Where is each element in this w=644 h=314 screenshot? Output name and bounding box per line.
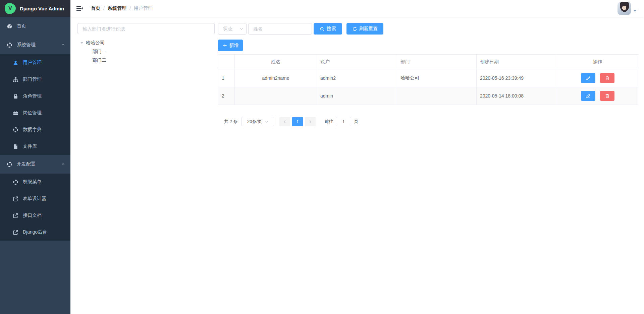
cell-department (397, 87, 477, 105)
reset-button-label: 刷新重置 (359, 26, 378, 32)
sidebar-item-permission-menu[interactable]: 权限菜单 (0, 174, 70, 190)
goto-page-input[interactable] (336, 117, 351, 126)
column-header-department: 部门 (397, 55, 477, 69)
cell-department: 哈哈公司 (397, 69, 477, 87)
breadcrumb-item-current: 用户管理 (134, 5, 153, 11)
top-navbar: 首页 / 系统管理 / 用户管理 (70, 0, 644, 17)
delete-button[interactable] (600, 73, 614, 83)
sidebar-item-roles[interactable]: 角色管理 (0, 88, 70, 105)
sidebar-item-files[interactable]: 文件库 (0, 138, 70, 155)
table-row: 1 admin2name admin2 哈哈公司 2020-05-16 23:3… (218, 69, 638, 87)
cell-created: 2020-05-16 23:39:49 (477, 69, 557, 87)
app-root: V Django Vue Admin 首页 系统管理 (0, 0, 644, 314)
sidebar-item-home[interactable]: 首页 (0, 17, 70, 36)
row-actions (557, 91, 638, 101)
user-icon (13, 60, 18, 66)
sidebar-item-form-designer[interactable]: 表单设计器 (0, 190, 70, 207)
refresh-icon (352, 26, 357, 32)
sidebar-menu: 首页 系统管理 用户管理 (0, 17, 70, 241)
trash-icon (605, 93, 610, 99)
sidebar-item-label: 表单设计器 (23, 196, 46, 202)
search-icon (320, 26, 325, 32)
logo[interactable]: V Django Vue Admin (0, 0, 70, 17)
sidebar-item-posts[interactable]: 岗位管理 (0, 105, 70, 121)
external-link-icon (13, 213, 18, 218)
tree-node-dept1[interactable]: 部门一 (77, 47, 215, 56)
add-button[interactable]: 新增 (218, 40, 243, 51)
tree-node-label: 哈哈公司 (86, 40, 105, 46)
name-search-input[interactable] (248, 23, 312, 35)
avatar[interactable] (618, 2, 631, 15)
tree-node-label: 部门一 (92, 49, 106, 55)
caret-down-icon[interactable] (80, 41, 84, 45)
breadcrumb-item-system[interactable]: 系统管理 (108, 5, 126, 11)
cell-account: admin2 (317, 69, 397, 87)
search-toolbar: 状态 搜索 (218, 23, 638, 35)
sidebar-item-label: 数据字典 (23, 127, 42, 133)
external-link-icon (13, 230, 18, 235)
compass-icon (13, 127, 18, 133)
users-table: 姓名 账户 部门 创建日期 操作 1 admin2name admin2 哈哈公 (218, 54, 638, 105)
chevron-right-icon (308, 120, 312, 124)
sidebar-item-django-admin[interactable]: Django后台 (0, 224, 70, 241)
delete-button[interactable] (600, 91, 614, 101)
sidebar-group-system[interactable]: 系统管理 (0, 36, 70, 54)
department-filter-input[interactable] (77, 23, 215, 34)
tree-node-label: 部门二 (92, 57, 106, 63)
column-header-created: 创建日期 (477, 55, 557, 69)
page-unit-label: 页 (354, 119, 358, 125)
sidebar-item-label: 接口文档 (23, 212, 42, 218)
sidebar-item-label: 首页 (17, 23, 26, 29)
hamburger-icon[interactable] (76, 5, 83, 12)
sidebar-item-label: 部门管理 (23, 76, 42, 82)
sidebar-item-label: Django后台 (23, 229, 47, 235)
add-button-label: 新增 (229, 43, 239, 49)
refresh-reset-button[interactable]: 刷新重置 (346, 23, 383, 35)
caret-down-icon[interactable] (633, 10, 637, 12)
tree-node-dept2[interactable]: 部门二 (77, 56, 215, 65)
cell-name (235, 87, 317, 105)
external-link-icon (13, 196, 18, 202)
app-title: Django Vue Admin (20, 6, 64, 11)
user-panel: 状态 搜索 (218, 23, 638, 314)
sidebar-group-label: 开发配置 (17, 161, 36, 167)
page-number-1[interactable]: 1 (292, 117, 303, 126)
cell-name: admin2name (235, 69, 317, 87)
search-button-label: 搜索 (327, 26, 336, 32)
sidebar-group-dev[interactable]: 开发配置 (0, 155, 70, 174)
sidebar-item-departments[interactable]: 部门管理 (0, 71, 70, 88)
search-button[interactable]: 搜索 (314, 23, 342, 35)
sidebar-item-api-docs[interactable]: 接口文档 (0, 207, 70, 224)
edit-button[interactable] (581, 73, 595, 83)
pagination-total: 共 2 条 (224, 119, 237, 125)
component-icon (7, 162, 12, 167)
column-header-account: 账户 (317, 55, 397, 69)
breadcrumb-separator: / (129, 6, 131, 11)
briefcase-icon (13, 110, 18, 116)
navbar-right (618, 2, 637, 15)
chevron-up-icon (61, 43, 65, 47)
chevron-left-icon (283, 120, 287, 124)
tree-node-company[interactable]: 哈哈公司 (77, 39, 215, 47)
status-select[interactable]: 状态 (218, 23, 247, 35)
status-select-placeholder: 状态 (223, 26, 232, 32)
sidebar-item-label: 用户管理 (23, 60, 42, 66)
submenu-system: 用户管理 部门管理 角色管理 (0, 54, 70, 155)
edit-button[interactable] (581, 91, 595, 101)
plus-icon (222, 43, 227, 48)
page-size-select[interactable]: 20条/页 (241, 117, 274, 126)
breadcrumb-item-home[interactable]: 首页 (91, 5, 100, 11)
chevron-down-icon (265, 120, 269, 124)
compass-icon (13, 179, 18, 185)
sidebar-item-users[interactable]: 用户管理 (0, 54, 70, 71)
table-actions: 新增 (218, 40, 638, 51)
chevron-up-icon (61, 162, 65, 166)
pagination: 共 2 条 20条/页 1 (218, 117, 638, 126)
prev-page-button[interactable] (279, 117, 290, 126)
cell-index: 1 (218, 69, 235, 87)
logo-icon: V (5, 3, 16, 14)
sidebar-item-dictionary[interactable]: 数据字典 (0, 121, 70, 138)
table-row: 2 admin 2020-05-14 18:00:08 (218, 87, 638, 105)
department-panel: 哈哈公司 部门一 部门二 (77, 23, 215, 314)
next-page-button[interactable] (305, 117, 316, 126)
